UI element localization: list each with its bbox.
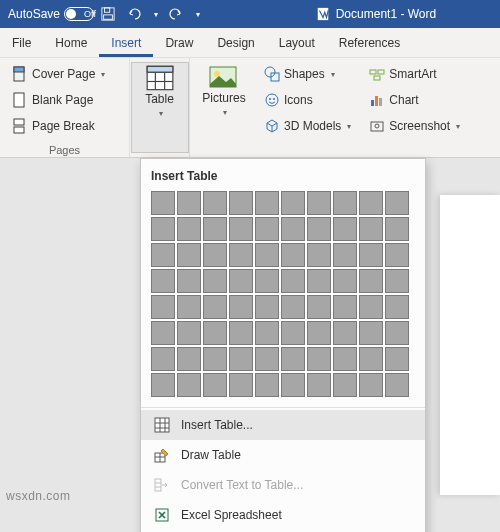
chart-button[interactable]: Chart: [365, 90, 464, 110]
grid-cell[interactable]: [255, 347, 279, 371]
page-break-button[interactable]: Page Break: [8, 116, 121, 136]
grid-cell[interactable]: [203, 269, 227, 293]
grid-cell[interactable]: [281, 243, 305, 267]
grid-cell[interactable]: [281, 217, 305, 241]
grid-cell[interactable]: [307, 191, 331, 215]
grid-cell[interactable]: [151, 373, 175, 397]
grid-cell[interactable]: [177, 295, 201, 319]
tab-design[interactable]: Design: [205, 30, 266, 57]
cover-page-button[interactable]: Cover Page ▾: [8, 64, 121, 84]
grid-cell[interactable]: [177, 347, 201, 371]
grid-cell[interactable]: [229, 295, 253, 319]
grid-cell[interactable]: [385, 243, 409, 267]
grid-cell[interactable]: [359, 347, 383, 371]
grid-cell[interactable]: [229, 243, 253, 267]
grid-cell[interactable]: [177, 191, 201, 215]
grid-cell[interactable]: [151, 191, 175, 215]
grid-cell[interactable]: [281, 295, 305, 319]
tab-home[interactable]: Home: [43, 30, 99, 57]
grid-cell[interactable]: [359, 295, 383, 319]
grid-cell[interactable]: [203, 373, 227, 397]
grid-cell[interactable]: [255, 295, 279, 319]
grid-cell[interactable]: [359, 243, 383, 267]
grid-cell[interactable]: [255, 269, 279, 293]
grid-cell[interactable]: [151, 347, 175, 371]
grid-cell[interactable]: [255, 191, 279, 215]
grid-cell[interactable]: [151, 295, 175, 319]
smartart-button[interactable]: SmartArt: [365, 64, 464, 84]
save-icon[interactable]: [100, 6, 116, 22]
blank-page-button[interactable]: Blank Page: [8, 90, 121, 110]
grid-cell[interactable]: [385, 373, 409, 397]
grid-cell[interactable]: [255, 217, 279, 241]
grid-cell[interactable]: [359, 321, 383, 345]
grid-cell[interactable]: [281, 347, 305, 371]
shapes-button[interactable]: Shapes ▾: [260, 64, 355, 84]
grid-cell[interactable]: [229, 191, 253, 215]
grid-cell[interactable]: [229, 373, 253, 397]
table-button[interactable]: Table▾: [131, 62, 189, 153]
grid-cell[interactable]: [203, 321, 227, 345]
grid-cell[interactable]: [255, 321, 279, 345]
grid-cell[interactable]: [359, 191, 383, 215]
grid-cell[interactable]: [307, 243, 331, 267]
pictures-button[interactable]: Pictures▾: [196, 62, 252, 153]
icons-button[interactable]: Icons: [260, 90, 355, 110]
grid-cell[interactable]: [359, 217, 383, 241]
grid-cell[interactable]: [203, 191, 227, 215]
grid-cell[interactable]: [151, 217, 175, 241]
autosave-toggle[interactable]: AutoSave Off: [8, 7, 84, 21]
tab-draw[interactable]: Draw: [153, 30, 205, 57]
grid-cell[interactable]: [177, 217, 201, 241]
grid-cell[interactable]: [281, 191, 305, 215]
grid-cell[interactable]: [307, 347, 331, 371]
grid-cell[interactable]: [177, 373, 201, 397]
grid-cell[interactable]: [203, 347, 227, 371]
grid-cell[interactable]: [177, 243, 201, 267]
3d-models-button[interactable]: 3D Models ▾: [260, 116, 355, 136]
tab-file[interactable]: File: [0, 30, 43, 57]
grid-cell[interactable]: [255, 373, 279, 397]
grid-cell[interactable]: [333, 321, 357, 345]
draw-table-menu-item[interactable]: Draw Table: [141, 440, 425, 470]
excel-spreadsheet-menu-item[interactable]: Excel Spreadsheet: [141, 500, 425, 530]
grid-cell[interactable]: [385, 217, 409, 241]
grid-cell[interactable]: [255, 243, 279, 267]
grid-cell[interactable]: [385, 191, 409, 215]
tab-references[interactable]: References: [327, 30, 412, 57]
tab-layout[interactable]: Layout: [267, 30, 327, 57]
grid-cell[interactable]: [333, 373, 357, 397]
grid-cell[interactable]: [333, 191, 357, 215]
grid-cell[interactable]: [359, 269, 383, 293]
grid-cell[interactable]: [307, 295, 331, 319]
grid-cell[interactable]: [385, 295, 409, 319]
redo-icon[interactable]: [168, 6, 184, 22]
table-size-grid[interactable]: [151, 191, 415, 397]
grid-cell[interactable]: [385, 269, 409, 293]
insert-table-menu-item[interactable]: Insert Table...: [141, 410, 425, 440]
grid-cell[interactable]: [359, 373, 383, 397]
grid-cell[interactable]: [385, 321, 409, 345]
grid-cell[interactable]: [333, 295, 357, 319]
grid-cell[interactable]: [307, 321, 331, 345]
grid-cell[interactable]: [307, 373, 331, 397]
grid-cell[interactable]: [229, 321, 253, 345]
grid-cell[interactable]: [281, 373, 305, 397]
undo-icon[interactable]: [126, 6, 142, 22]
grid-cell[interactable]: [385, 347, 409, 371]
grid-cell[interactable]: [281, 321, 305, 345]
grid-cell[interactable]: [281, 269, 305, 293]
tab-insert[interactable]: Insert: [99, 30, 153, 57]
grid-cell[interactable]: [307, 217, 331, 241]
grid-cell[interactable]: [177, 269, 201, 293]
grid-cell[interactable]: [151, 321, 175, 345]
grid-cell[interactable]: [333, 217, 357, 241]
grid-cell[interactable]: [203, 243, 227, 267]
grid-cell[interactable]: [151, 269, 175, 293]
grid-cell[interactable]: [151, 243, 175, 267]
screenshot-button[interactable]: Screenshot ▾: [365, 116, 464, 136]
grid-cell[interactable]: [333, 269, 357, 293]
grid-cell[interactable]: [229, 347, 253, 371]
grid-cell[interactable]: [333, 347, 357, 371]
grid-cell[interactable]: [307, 269, 331, 293]
